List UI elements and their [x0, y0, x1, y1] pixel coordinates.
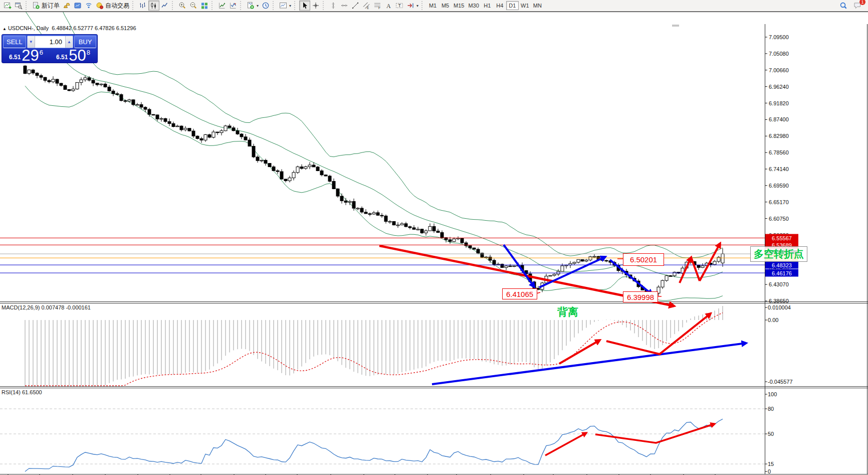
arrows-tool-button[interactable]: ▾	[405, 1, 420, 11]
zoom-out-button[interactable]	[188, 1, 199, 11]
zoom-out-icon	[189, 2, 197, 10]
candle-body	[244, 137, 247, 140]
price-tick-label[interactable]: 6.82980	[769, 133, 789, 139]
candlestick-mode-button[interactable]	[148, 1, 159, 11]
chart-template-button[interactable]: ▾	[278, 1, 293, 11]
panel-separator[interactable]	[0, 386, 868, 387]
timeframe-h4-button[interactable]: H4	[494, 1, 506, 10]
chart-scrollbar-thumb[interactable]	[672, 25, 679, 27]
candle-body	[348, 202, 351, 203]
candle-body	[240, 134, 243, 137]
profiles-button[interactable]	[13, 1, 24, 11]
candle-body	[332, 181, 335, 189]
price-tick-label[interactable]: 6.74140	[769, 166, 789, 172]
search-button[interactable]	[838, 1, 849, 11]
volume-increase-button[interactable]: ▲	[65, 36, 73, 48]
tile-windows-button[interactable]	[199, 1, 210, 11]
timeframe-w1-button[interactable]: W1	[519, 1, 531, 10]
horizontal-line-tool-button[interactable]	[339, 1, 350, 11]
candle-body	[260, 160, 263, 161]
candle-body	[681, 268, 684, 273]
candle-body	[605, 260, 608, 261]
add-indicator-button[interactable]: ▾	[245, 1, 260, 11]
new-order-button[interactable]: 新订单	[31, 1, 61, 11]
candle-body	[224, 126, 227, 131]
candle-body	[304, 167, 307, 169]
price-tick-label[interactable]: 6.87400	[769, 116, 789, 122]
toolbar-separator	[323, 1, 326, 10]
text-tool-button[interactable]: A	[383, 1, 394, 11]
chart-window[interactable]: ▲USDCNH-, Daily 6.48842 6.52777 6.47826 …	[0, 12, 868, 475]
candle-body	[721, 254, 724, 263]
timeframe-d1-button[interactable]: D1	[506, 1, 519, 10]
fibonacci-tool-button[interactable]: F	[372, 1, 383, 11]
notifications-button[interactable]: 1	[852, 1, 863, 11]
price-tick-label[interactable]: 6.38650	[769, 298, 789, 304]
timeframe-m1-button[interactable]: M1	[426, 1, 439, 10]
market-watch-button[interactable]	[72, 1, 83, 11]
zoom-in-button[interactable]	[177, 1, 188, 11]
candle-body	[212, 132, 215, 137]
equidistant-channel-tool-button[interactable]: E	[361, 1, 372, 11]
price-annotation-tag[interactable]: 6.50201	[623, 253, 664, 266]
candle-body	[573, 262, 576, 263]
timeframe-mn-button[interactable]: MN	[531, 1, 544, 10]
volume-value[interactable]: 1.00	[35, 36, 65, 48]
price-tick-label[interactable]: 6.69590	[769, 183, 789, 189]
price-tick-label[interactable]: 6.91820	[769, 100, 789, 106]
vertical-line-tool-button[interactable]	[328, 1, 339, 11]
price-tick-label[interactable]: 6.60750	[769, 216, 789, 222]
timeframe-m5-button[interactable]: M5	[439, 1, 452, 10]
candle-body	[28, 70, 31, 73]
timeframe-h1-button[interactable]: H1	[481, 1, 494, 10]
chart-shift-button[interactable]	[228, 1, 239, 11]
candle-body	[248, 140, 251, 146]
price-annotation-tag[interactable]: 6.39998	[623, 291, 658, 302]
text-annotation[interactable]: 背离	[557, 305, 578, 319]
candle-body	[392, 221, 395, 225]
price-level-tag[interactable]: 6.48323	[765, 261, 798, 269]
price-level-tag[interactable]: 6.46176	[765, 269, 798, 277]
candle-body	[669, 276, 672, 277]
price-tick-label[interactable]: 7.00660	[769, 67, 789, 73]
candle-body	[172, 123, 175, 126]
window-marker-icon: ▲	[3, 27, 7, 31]
price-tick-label[interactable]: 6.78560	[769, 149, 789, 155]
candle-body	[705, 263, 708, 265]
indicator-shift-icon	[229, 2, 237, 10]
volume-decrease-button[interactable]: ▼	[28, 36, 35, 48]
candle-body	[312, 165, 315, 167]
price-tick-label[interactable]: 6.43070	[769, 281, 789, 287]
trendline-tool-button[interactable]	[350, 1, 361, 11]
auto-scroll-button[interactable]	[216, 1, 228, 11]
auto-trading-button[interactable]: 自动交易	[94, 1, 131, 11]
candle-body	[424, 231, 427, 233]
crosshair-tool-button[interactable]	[310, 1, 321, 11]
svg-text:E: E	[367, 6, 369, 10]
text-label-tool-button[interactable]: T	[394, 1, 405, 11]
text-annotation[interactable]: 多空转折点	[750, 246, 807, 262]
price-tick-label[interactable]: 7.09500	[769, 34, 789, 40]
new-chart-button[interactable]	[2, 1, 13, 11]
candle-body	[156, 115, 159, 119]
line-chart-mode-button[interactable]	[159, 1, 170, 11]
price-annotation-tag[interactable]: 6.41065	[502, 288, 537, 299]
chart-canvas[interactable]	[0, 12, 868, 475]
quotes-button[interactable]	[61, 1, 72, 11]
chart-ohlc-values: 6.48842 6.52777 6.47826 6.51296	[52, 25, 136, 31]
price-tick-label[interactable]: 6.65170	[769, 199, 789, 205]
bar-chart-mode-button[interactable]	[137, 1, 148, 11]
price-tick-label[interactable]: 6.96240	[769, 84, 789, 90]
candle-body	[52, 79, 55, 82]
candle-body	[216, 132, 219, 133]
timeframe-m15-button[interactable]: M15	[452, 1, 466, 10]
cursor-tool-button[interactable]	[299, 1, 310, 11]
candle-body	[196, 136, 199, 138]
panel-separator[interactable]	[0, 301, 868, 302]
timeframe-m30-button[interactable]: M30	[466, 1, 481, 10]
price-level-tag[interactable]: 6.55567	[765, 234, 798, 242]
candle-body	[489, 257, 492, 260]
price-tick-label[interactable]: 7.05080	[769, 51, 789, 57]
signals-button[interactable]	[83, 1, 94, 11]
period-selector-button[interactable]	[260, 1, 271, 11]
